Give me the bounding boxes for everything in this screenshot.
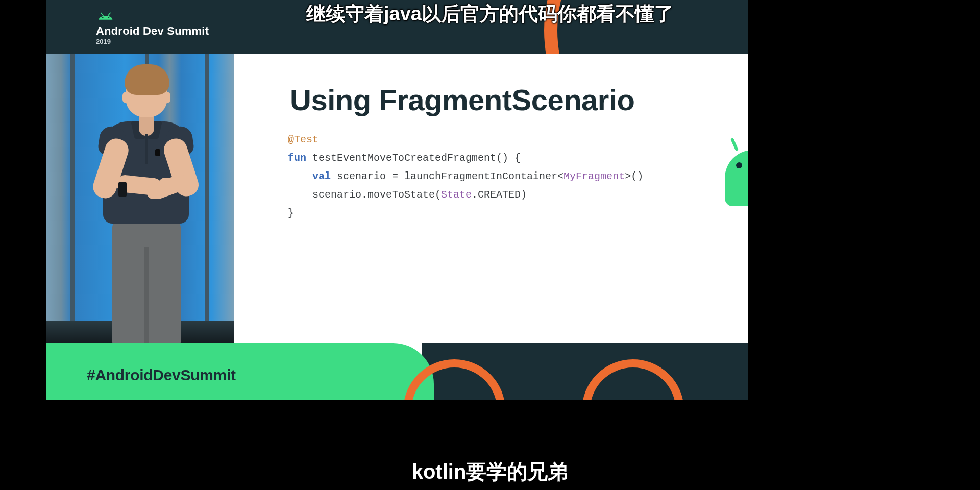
code-type: MyFragment — [564, 170, 625, 182]
speaker-figure — [88, 66, 205, 343]
svg-line-0 — [101, 13, 103, 15]
code-keyword: val — [312, 170, 331, 182]
code-text: scenario.moveToState( — [312, 189, 441, 201]
code-keyword: fun — [288, 152, 306, 164]
code-text: scenario = launchFragmentInContainer< — [331, 170, 564, 182]
code-brace: } — [288, 207, 294, 219]
code-indent — [288, 189, 312, 201]
slide-footer: #AndroidDevSummit — [46, 343, 748, 400]
event-title: Android Dev Summit — [96, 24, 209, 38]
code-type: State — [441, 189, 472, 201]
code-function-name: testEventMoveToCreatedFragment — [312, 152, 496, 164]
code-annotation: @Test — [288, 134, 318, 145]
code-text: () { — [496, 152, 521, 164]
stage-divider — [70, 54, 75, 343]
svg-point-2 — [102, 17, 104, 18]
lapel-mic-icon — [155, 149, 160, 156]
video-subtitle: kotlin要学的兄弟 — [0, 458, 980, 486]
svg-point-3 — [108, 17, 110, 18]
code-text: .CREATED) — [472, 189, 527, 201]
code-text: >() — [625, 170, 643, 182]
code-indent — [288, 170, 312, 182]
svg-line-1 — [108, 13, 110, 15]
presentation-frame: Android Dev Summit 2019 — [46, 0, 748, 400]
video-stage: Android Dev Summit 2019 — [0, 0, 980, 490]
event-year: 2019 — [96, 38, 111, 45]
android-mascot-icon — [725, 140, 748, 206]
stage-divider — [205, 54, 209, 343]
slide-header-band: Android Dev Summit 2019 — [46, 0, 748, 54]
slide-content: Using FragmentScenario @Test fun testEve… — [234, 54, 748, 343]
android-logo-icon — [97, 11, 114, 21]
code-block: @Test fun testEventMoveToCreatedFragment… — [288, 131, 643, 223]
slide-title: Using FragmentScenario — [290, 83, 634, 117]
footer-hashtag: #AndroidDevSummit — [87, 366, 236, 384]
speaker-video-panel — [46, 54, 234, 343]
